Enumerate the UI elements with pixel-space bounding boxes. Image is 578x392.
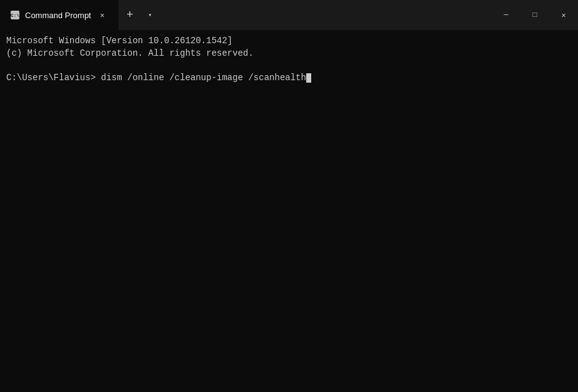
titlebar: C:\ Command Prompt ✕ + ▾ ─ □ (0, 0, 578, 30)
minimize-icon: ─ (503, 11, 508, 19)
prompt: C:\Users\Flavius> (6, 72, 101, 85)
close-button[interactable]: ✕ (549, 0, 578, 30)
new-tab-button[interactable]: + (118, 0, 141, 30)
cursor (306, 73, 311, 83)
tab-dropdown-button[interactable]: ▾ (141, 0, 158, 30)
command-text: dism /online /cleanup-image /scanhealth (101, 72, 306, 85)
maximize-icon: □ (532, 11, 537, 19)
close-icon: ✕ (561, 11, 565, 20)
tab-title: Command Prompt (25, 11, 91, 20)
minimize-button[interactable]: ─ (492, 0, 520, 30)
output-line-1: Microsoft Windows [Version 10.0.26120.15… (6, 35, 572, 48)
terminal-body[interactable]: Microsoft Windows [Version 10.0.26120.15… (0, 30, 578, 392)
window-controls: ─ □ ✕ (492, 0, 578, 30)
active-tab[interactable]: C:\ Command Prompt ✕ (0, 0, 118, 30)
output-line-2: (c) Microsoft Corporation. All rights re… (6, 48, 572, 60)
tab-close-icon: ✕ (100, 11, 105, 20)
terminal-window: C:\ Command Prompt ✕ + ▾ ─ □ (0, 0, 578, 392)
dropdown-icon: ▾ (148, 11, 152, 19)
tab-close-button[interactable]: ✕ (96, 9, 108, 21)
cmd-icon: C:\ (11, 11, 19, 19)
maximize-button[interactable]: □ (520, 0, 549, 30)
command-line: C:\Users\Flavius> dism /online /cleanup-… (6, 72, 572, 85)
output-line-3 (6, 59, 572, 72)
new-tab-icon: + (126, 9, 133, 21)
titlebar-left: C:\ Command Prompt ✕ + ▾ (0, 0, 158, 30)
tab-icon: C:\ (10, 10, 20, 20)
